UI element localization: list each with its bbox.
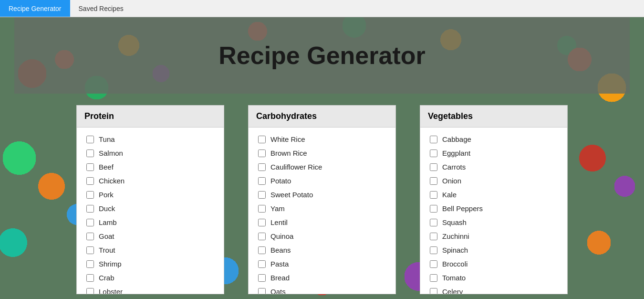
panel-protein-header: Protein bbox=[77, 106, 224, 128]
list-item[interactable]: Broccoli bbox=[430, 257, 558, 271]
checkbox-label: Squash bbox=[442, 218, 467, 226]
list-item[interactable]: Lamb bbox=[86, 215, 214, 229]
list-item[interactable]: Bread bbox=[258, 271, 386, 285]
panel-protein-body[interactable]: TunaSalmonBeefChickenPorkDuckLambGoatTro… bbox=[77, 128, 224, 294]
list-item[interactable]: Tomato bbox=[430, 271, 558, 285]
list-item[interactable]: Chicken bbox=[86, 174, 214, 188]
list-item[interactable]: White Rice bbox=[258, 132, 386, 146]
list-item[interactable]: Carrots bbox=[430, 160, 558, 174]
list-item[interactable]: Pork bbox=[86, 188, 214, 202]
checkbox-vegetables-11[interactable] bbox=[430, 288, 437, 294]
checkbox-protein-9[interactable] bbox=[86, 260, 94, 268]
list-item[interactable]: Lentil bbox=[258, 215, 386, 229]
checkbox-protein-3[interactable] bbox=[86, 177, 94, 185]
checkbox-label: Zuchinni bbox=[442, 232, 469, 240]
checkbox-vegetables-7[interactable] bbox=[430, 233, 437, 240]
checkbox-vegetables-9[interactable] bbox=[430, 260, 437, 268]
checkbox-label: Oats bbox=[270, 288, 286, 294]
list-item[interactable]: Celery bbox=[430, 285, 558, 294]
checkbox-protein-2[interactable] bbox=[86, 163, 94, 171]
checkbox-label: Sweet Potato bbox=[270, 191, 313, 199]
checkbox-vegetables-3[interactable] bbox=[430, 177, 437, 185]
checkbox-label: Lentil bbox=[270, 218, 288, 226]
checkbox-carbohydrates-8[interactable] bbox=[258, 246, 266, 254]
checkbox-carbohydrates-9[interactable] bbox=[258, 260, 266, 268]
panel-protein: Protein TunaSalmonBeefChickenPorkDuckLam… bbox=[76, 105, 224, 294]
list-item[interactable]: Bell Peppers bbox=[430, 202, 558, 215]
checkbox-label: Goat bbox=[99, 232, 114, 240]
checkbox-carbohydrates-1[interactable] bbox=[258, 150, 266, 157]
checkbox-vegetables-8[interactable] bbox=[430, 246, 437, 254]
list-item[interactable]: Spinach bbox=[430, 243, 558, 257]
tab-recipe-generator[interactable]: Recipe Generator bbox=[0, 0, 70, 17]
list-item[interactable]: Trout bbox=[86, 243, 214, 257]
panel-carbohydrates-body[interactable]: White RiceBrown RiceCauliflower RicePota… bbox=[249, 128, 395, 294]
list-item[interactable]: Eggplant bbox=[430, 146, 558, 160]
list-item[interactable]: Oats bbox=[258, 285, 386, 294]
checkbox-label: Bread bbox=[270, 274, 290, 282]
checkbox-vegetables-6[interactable] bbox=[430, 219, 437, 226]
checkbox-protein-10[interactable] bbox=[86, 274, 94, 282]
navigation: Recipe Generator Saved Recipes bbox=[0, 0, 644, 17]
list-item[interactable]: Beans bbox=[258, 243, 386, 257]
checkbox-vegetables-2[interactable] bbox=[430, 163, 437, 171]
list-item[interactable]: Squash bbox=[430, 215, 558, 229]
list-item[interactable]: Potato bbox=[258, 174, 386, 188]
list-item[interactable]: Duck bbox=[86, 202, 214, 215]
panel-vegetables-body[interactable]: CabbageEggplantCarrotsOnionKaleBell Pepp… bbox=[420, 128, 567, 294]
checkbox-protein-5[interactable] bbox=[86, 205, 94, 213]
checkbox-label: Bell Peppers bbox=[442, 204, 483, 213]
list-item[interactable]: Tuna bbox=[86, 132, 214, 146]
checkbox-carbohydrates-2[interactable] bbox=[258, 163, 266, 171]
checkbox-vegetables-4[interactable] bbox=[430, 191, 437, 199]
checkbox-label: Lamb bbox=[99, 218, 117, 226]
checkbox-carbohydrates-11[interactable] bbox=[258, 288, 266, 294]
checkbox-carbohydrates-4[interactable] bbox=[258, 191, 266, 199]
checkbox-protein-7[interactable] bbox=[86, 233, 94, 240]
checkbox-carbohydrates-6[interactable] bbox=[258, 219, 266, 226]
checkbox-carbohydrates-7[interactable] bbox=[258, 233, 266, 240]
panel-carbohydrates: Carbohydrates White RiceBrown RiceCaulif… bbox=[248, 105, 396, 294]
checkbox-protein-8[interactable] bbox=[86, 246, 94, 254]
list-item[interactable]: Quinoa bbox=[258, 229, 386, 243]
checkbox-protein-0[interactable] bbox=[86, 136, 94, 143]
checkbox-carbohydrates-3[interactable] bbox=[258, 177, 266, 185]
checkbox-protein-1[interactable] bbox=[86, 150, 94, 157]
list-item[interactable]: Yam bbox=[258, 202, 386, 215]
list-item[interactable]: Beef bbox=[86, 160, 214, 174]
title-bar: Recipe Generator bbox=[14, 17, 630, 94]
checkbox-label: White Rice bbox=[270, 135, 305, 143]
checkbox-carbohydrates-5[interactable] bbox=[258, 205, 266, 213]
list-item[interactable]: Onion bbox=[430, 174, 558, 188]
checkbox-label: Eggplant bbox=[442, 149, 470, 157]
checkbox-label: Onion bbox=[442, 177, 461, 185]
list-item[interactable]: Shrimp bbox=[86, 257, 214, 271]
list-item[interactable]: Goat bbox=[86, 229, 214, 243]
checkbox-label: Trout bbox=[99, 246, 115, 254]
list-item[interactable]: Salmon bbox=[86, 146, 214, 160]
panel-carbohydrates-header: Carbohydrates bbox=[249, 106, 395, 128]
list-item[interactable]: Crab bbox=[86, 271, 214, 285]
checkbox-vegetables-1[interactable] bbox=[430, 150, 437, 157]
list-item[interactable]: Sweet Potato bbox=[258, 188, 386, 202]
checkbox-label: Brown Rice bbox=[270, 149, 307, 157]
checkbox-carbohydrates-10[interactable] bbox=[258, 274, 266, 282]
list-item[interactable]: Zuchinni bbox=[430, 229, 558, 243]
checkbox-protein-6[interactable] bbox=[86, 219, 94, 226]
list-item[interactable]: Brown Rice bbox=[258, 146, 386, 160]
checkbox-protein-4[interactable] bbox=[86, 191, 94, 199]
checkbox-vegetables-0[interactable] bbox=[430, 136, 437, 143]
list-item[interactable]: Cabbage bbox=[430, 132, 558, 146]
list-item[interactable]: Kale bbox=[430, 188, 558, 202]
list-item[interactable]: Cauliflower Rice bbox=[258, 160, 386, 174]
checkbox-protein-11[interactable] bbox=[86, 288, 94, 294]
checkbox-vegetables-5[interactable] bbox=[430, 205, 437, 213]
list-item[interactable]: Pasta bbox=[258, 257, 386, 271]
checkbox-carbohydrates-0[interactable] bbox=[258, 136, 266, 143]
page-title: Recipe Generator bbox=[218, 41, 426, 70]
list-item[interactable]: Lobster bbox=[86, 285, 214, 294]
checkbox-vegetables-10[interactable] bbox=[430, 274, 437, 282]
tab-saved-recipes[interactable]: Saved Recipes bbox=[70, 0, 132, 17]
checkbox-label: Lobster bbox=[99, 288, 123, 294]
checkbox-label: Spinach bbox=[442, 246, 468, 254]
